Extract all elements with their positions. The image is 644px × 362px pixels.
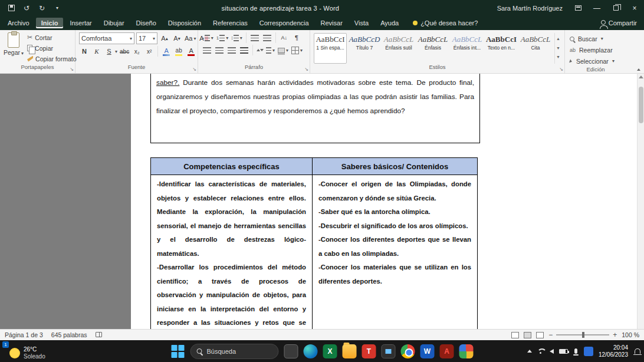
- account-name[interactable]: Sara Martín Rodríguez: [497, 5, 563, 12]
- style-enfasis[interactable]: AaBbCcL Énfasis: [416, 33, 449, 64]
- line-spacing-icon[interactable]: ▾: [256, 45, 275, 55]
- battery-icon[interactable]: [559, 349, 568, 354]
- tab-diseno[interactable]: Diseño: [131, 18, 162, 28]
- close-button[interactable]: ×: [625, 0, 644, 16]
- word-icon[interactable]: W: [420, 344, 435, 358]
- justify-icon[interactable]: [239, 45, 249, 55]
- styles-scroll-down-icon[interactable]: ▼: [556, 46, 560, 50]
- style-titulo-7[interactable]: AaBbCcD Título 7: [348, 33, 381, 64]
- microphone-icon[interactable]: [574, 348, 577, 354]
- align-right-icon[interactable]: [226, 45, 237, 55]
- style-sin-espaciado[interactable]: AaBbCcI 1 Sin espa...: [314, 33, 347, 64]
- replace-button[interactable]: abReemplazar: [569, 45, 616, 55]
- competencias-cell[interactable]: -Identificar las características de mate…: [151, 175, 313, 330]
- maximize-button[interactable]: [606, 0, 625, 16]
- subscript-button[interactable]: x₂: [132, 46, 142, 57]
- scrollbar-thumb[interactable]: [639, 87, 643, 123]
- italic-button[interactable]: K: [91, 46, 102, 57]
- read-mode-icon[interactable]: [511, 332, 519, 338]
- competencias-paragraph[interactable]: -Desarrollar los procedimientos del méto…: [157, 261, 306, 329]
- redo-icon[interactable]: ↻: [35, 2, 48, 14]
- intro-paragraph[interactable]: saber?. Durante dos semanas harán activi…: [156, 75, 474, 118]
- taskbar-clock[interactable]: 20:04 12/06/2023: [599, 344, 628, 358]
- weather-widget[interactable]: 1 26°C Soleado: [2, 341, 45, 360]
- print-layout-icon[interactable]: [524, 332, 531, 338]
- zoom-in-icon[interactable]: +: [613, 331, 617, 339]
- font-family-select[interactable]: Comfortaa▾: [79, 32, 134, 44]
- clipboard-dialog-launcher-icon[interactable]: ↘: [70, 67, 74, 72]
- vertical-scrollbar[interactable]: [637, 74, 644, 329]
- font-color-icon[interactable]: A: [186, 46, 196, 57]
- tab-inicio[interactable]: Inicio: [36, 18, 64, 28]
- red-app-icon[interactable]: T: [362, 344, 376, 358]
- tab-ayuda[interactable]: Ayuda: [375, 18, 404, 28]
- page-indicator[interactable]: Página 1 de 3: [5, 331, 43, 338]
- tab-correspondencia[interactable]: Correspondencia: [254, 18, 314, 28]
- excel-icon[interactable]: X: [323, 344, 337, 358]
- sort-icon[interactable]: A↓: [279, 32, 290, 43]
- volume-icon[interactable]: [550, 349, 554, 354]
- taskview-icon[interactable]: [284, 344, 298, 358]
- taskbar-search[interactable]: Búsqueda: [190, 344, 279, 359]
- tab-referencias[interactable]: Referencias: [208, 18, 253, 28]
- zoom-slider[interactable]: [556, 334, 609, 335]
- ribbon-display-options-icon[interactable]: [569, 0, 587, 16]
- borders-icon[interactable]: ▾: [291, 45, 303, 55]
- tab-dibujar[interactable]: Dibujar: [98, 18, 130, 28]
- store-icon[interactable]: [382, 344, 396, 358]
- saberes-paragraph[interactable]: -Conocer el origen de las Olimpiadas, do…: [318, 177, 471, 205]
- bold-button[interactable]: N: [79, 46, 90, 57]
- qat-customize-icon[interactable]: ▾: [51, 2, 64, 14]
- tab-disposicion[interactable]: Disposición: [163, 18, 206, 28]
- styles-dialog-launcher-icon[interactable]: ↘: [559, 67, 563, 72]
- tab-archivo[interactable]: Archivo: [2, 18, 35, 28]
- file-explorer-icon[interactable]: [343, 344, 357, 358]
- grow-font-icon[interactable]: A▴: [159, 33, 170, 44]
- styles-scroll-up-icon[interactable]: ▲: [556, 37, 560, 41]
- styles-more-icon[interactable]: ▼: [556, 55, 560, 59]
- tab-revisar[interactable]: Revisar: [316, 18, 348, 28]
- saberes-paragraph[interactable]: -Descubrir el significado de los aros ol…: [318, 219, 471, 233]
- change-case-icon[interactable]: Aa▾: [184, 33, 196, 44]
- find-button[interactable]: Buscar▾: [569, 34, 616, 44]
- bullets-icon[interactable]: •▾: [202, 32, 214, 43]
- competencias-paragraph[interactable]: -Identificar las características de mate…: [157, 177, 306, 261]
- numbering-icon[interactable]: 1▾: [216, 32, 229, 43]
- document-page[interactable]: saber?. Durante dos semanas harán activi…: [131, 74, 637, 329]
- align-center-icon[interactable]: [214, 45, 225, 55]
- strikethrough-button[interactable]: abc: [119, 46, 130, 57]
- decrease-indent-icon[interactable]: [249, 32, 260, 43]
- notification-center-icon[interactable]: [635, 348, 640, 354]
- shading-icon[interactable]: ▾: [277, 45, 289, 55]
- intro-text-box[interactable]: saber?. Durante dos semanas harán activi…: [150, 74, 480, 143]
- tray-chevron-icon[interactable]: [527, 350, 532, 353]
- proofing-icon[interactable]: [96, 331, 102, 338]
- cut-button[interactable]: ✂Cortar: [26, 32, 77, 42]
- scroll-up-icon[interactable]: [639, 75, 643, 78]
- multilevel-list-icon[interactable]: ⁝▾: [231, 32, 243, 43]
- web-layout-icon[interactable]: [536, 332, 544, 338]
- paste-button[interactable]: Pegar▾: [4, 32, 24, 64]
- header-competencias[interactable]: Competencias específicas: [151, 158, 313, 175]
- saberes-paragraph[interactable]: -Conocer los materiales que se utilizan …: [318, 261, 471, 288]
- pilcrow-icon[interactable]: ¶: [291, 32, 302, 43]
- header-saberes[interactable]: Saberes básicos/ Contenidos: [313, 158, 478, 175]
- wifi-icon[interactable]: [537, 348, 544, 354]
- collapse-ribbon-icon[interactable]: [637, 68, 640, 71]
- font-size-select[interactable]: 17▾: [136, 32, 157, 44]
- zoom-out-icon[interactable]: −: [548, 331, 553, 339]
- photos-icon[interactable]: [459, 344, 474, 358]
- style-cita[interactable]: AaBbCcL Cita: [519, 33, 552, 64]
- tab-vista[interactable]: Vista: [349, 18, 374, 28]
- font-dialog-launcher-icon[interactable]: ↘: [192, 67, 196, 72]
- edge-icon[interactable]: [304, 344, 318, 358]
- saberes-cell[interactable]: -Conocer el origen de las Olimpiadas, do…: [313, 175, 478, 330]
- increase-indent-icon[interactable]: [262, 32, 272, 43]
- select-button[interactable]: Seleccionar▾: [569, 56, 616, 66]
- style-enfasis-intenso[interactable]: AaBbCcL Énfasis int...: [451, 33, 484, 64]
- zoom-level[interactable]: 100 %: [622, 331, 639, 338]
- zoom-slider-thumb[interactable]: [582, 332, 584, 338]
- align-left-icon[interactable]: [202, 45, 212, 55]
- save-icon[interactable]: [5, 2, 18, 14]
- word-count[interactable]: 645 palabras: [51, 331, 87, 338]
